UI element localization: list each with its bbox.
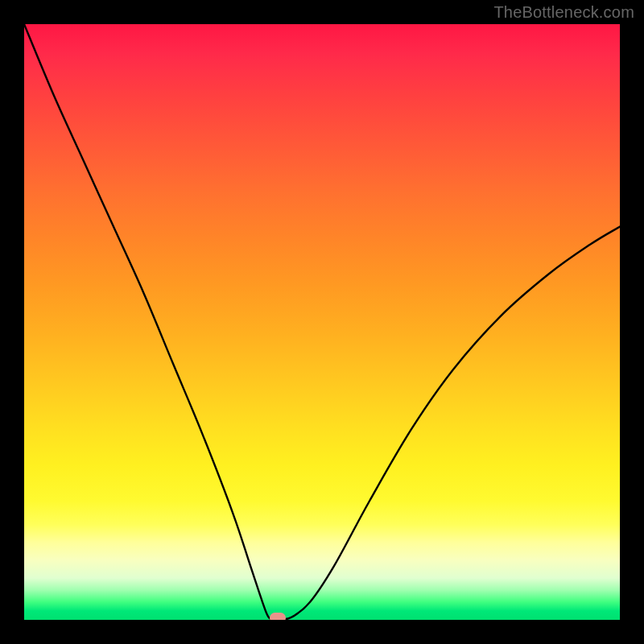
chart-container: TheBottleneck.com bbox=[0, 0, 644, 644]
plot-area bbox=[24, 24, 620, 620]
curve-svg bbox=[24, 24, 620, 620]
watermark-label: TheBottleneck.com bbox=[493, 3, 634, 22]
bottleneck-curve bbox=[24, 24, 620, 620]
minimum-marker bbox=[270, 613, 286, 620]
